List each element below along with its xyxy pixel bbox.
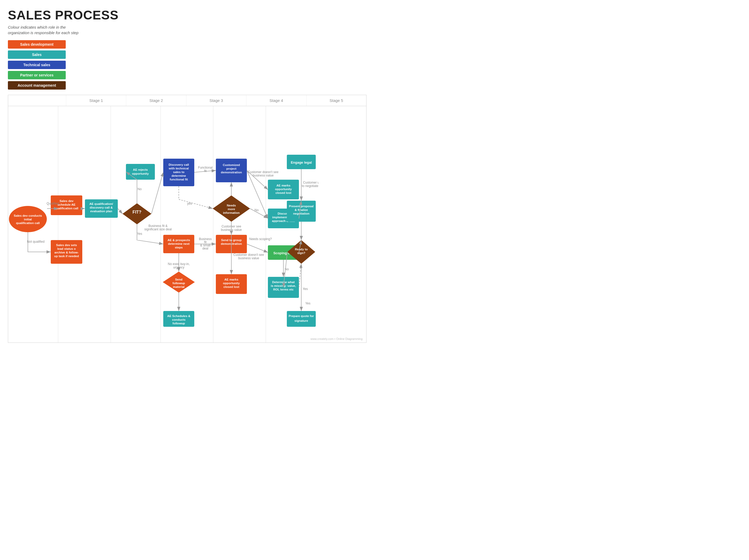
label-neg-terms: to negotiate terms [302, 184, 318, 188]
el-text: Engage legal [291, 160, 312, 164]
aer-text1: AE rejects [133, 168, 148, 171]
aeq-text1: AE qualification/ [89, 202, 113, 205]
legend-sales: Sales [8, 50, 66, 59]
stage-5-label: Stage 5 [306, 95, 366, 106]
ap-text3: steps [175, 246, 183, 249]
aml-s3-text2: opportunity [223, 282, 240, 285]
diagram-svg-container: Sales dev conducts initial qualification… [8, 106, 366, 342]
sds-text3: qualification call [55, 207, 78, 210]
initial-call-text3: qualification call [16, 221, 40, 225]
dm-text3: ROI, terms etc [273, 288, 294, 291]
initial-call-text: Sales dev conducts [14, 214, 42, 217]
label-significant-deal: significant size deal [144, 227, 172, 231]
subtitle: Colour indicates which role in theorgani… [8, 24, 366, 36]
label-deal: deal [202, 247, 209, 250]
diagram-svg: Sales dev conducts initial qualification… [8, 106, 318, 342]
dc-text2: with technical [169, 167, 189, 170]
sds2-text2: lead status o [57, 247, 76, 250]
label-cust-not-see-s4: Customer doesn't see [248, 170, 279, 174]
dc-text5: functional fit [170, 178, 188, 181]
creately-footer: www.creately.com • Online Diagramming [311, 337, 363, 340]
dc-text3: sales to [173, 171, 185, 174]
label-qualified: Qualified [46, 202, 59, 205]
label-yes: Yes [137, 232, 142, 236]
arrow-sgd-to-scoping [247, 244, 268, 252]
label-biz-significant: Business fit & [149, 224, 168, 228]
legend-partner: Partner or services [8, 71, 66, 79]
label-fit: fit [204, 169, 207, 173]
aml-s3-text3: closed lost [223, 285, 239, 288]
label-yes3: yes [187, 202, 192, 205]
initial-call-text2: initial [24, 218, 32, 221]
rts-text2: sign? [297, 251, 305, 254]
label-cust-not-see: Customer doesn't see [233, 253, 264, 256]
stage-3-label: Stage 3 [186, 95, 246, 106]
label-biz-value2: business value [238, 256, 259, 260]
label-not-qualified: Not qualified [27, 240, 45, 244]
stage-label-area [8, 95, 66, 106]
aml-s4-text3: closed lost [276, 191, 291, 194]
label-no: No [137, 187, 142, 191]
cd-text2: project [226, 167, 237, 170]
dm-text1: Determine what [272, 281, 295, 284]
legend-technical-sales: Technical sales [8, 61, 66, 69]
stage-4-label: Stage 4 [246, 95, 306, 106]
sds2-text4: up task if needed [54, 254, 79, 258]
label-yes4: Yes [303, 287, 308, 291]
pq-text1: Prepare quote for [289, 314, 314, 318]
dc-text4: determine [172, 174, 186, 177]
aesc-text1: AE Schedules & [167, 314, 190, 318]
arrow-aeq-to-fit [118, 208, 123, 214]
customized-demo-node [216, 159, 247, 182]
ap-text1: AE & prospects [168, 239, 190, 242]
label-no2: No [255, 208, 259, 212]
label-urgency: urgency [173, 266, 185, 269]
ae-rejects-node [126, 164, 155, 180]
aer-text2: opportunity [132, 172, 149, 175]
cd-text1: Customized [223, 163, 240, 166]
label-cust-wants-neg: Customer wants [303, 181, 318, 184]
legend: Sales development Sales Technical sales … [8, 40, 66, 90]
label-functional-fit: Functional [198, 166, 212, 170]
sds-text1: Sales dev [59, 199, 73, 203]
sds-text2: schedule AE [58, 203, 76, 206]
nmi-text1: Needs [227, 204, 236, 207]
label-biz-val-s4: business value [253, 174, 274, 177]
nmi-text2: more [228, 207, 235, 211]
pp-text1: Present proposal [289, 205, 314, 208]
aesc-text2: conducts [172, 318, 185, 321]
sds2-text3: archive & follow- [55, 251, 79, 254]
page-title: SALES PROCESS [8, 8, 366, 22]
diagram-area: Stage 1 Stage 2 Stage 3 Stage 4 Stage 5 [8, 95, 366, 343]
ap-text2: determine next [168, 242, 190, 245]
label-no-exec: No exec buy-in, [168, 262, 190, 266]
fit-text1: FIT? [132, 210, 142, 214]
aeq-text3: evaluation plan [90, 209, 112, 213]
stages-header: Stage 1 Stage 2 Stage 3 Stage 4 Stage 5 [8, 95, 366, 106]
pq-text2: signature [295, 319, 308, 322]
arrow-discovery-to-nmi [179, 186, 213, 208]
aeq-text2: discovery call & [90, 206, 113, 209]
dc-text1: Discovery call [169, 163, 189, 166]
legend-sales-development: Sales development [8, 40, 66, 49]
sf-text3: material [173, 285, 185, 288]
aml-s4-text1: AE marks [276, 184, 290, 187]
pp-text3: negotiation [293, 212, 309, 215]
label-yes-det: Yes [305, 301, 311, 305]
sf-text2: followup [172, 282, 185, 285]
pp-text2: & finalize [295, 208, 308, 211]
stage-2-label: Stage 2 [126, 95, 186, 106]
legend-account-management: Account management [8, 81, 66, 90]
sf-text1: Send [175, 278, 183, 281]
page: SALES PROCESS Colour indicates which rol… [0, 0, 374, 348]
rts-text1: Ready to [295, 248, 308, 251]
sds2-text1: Sales dev sets [56, 244, 77, 247]
cd-text3: demonstration [221, 171, 242, 174]
prepare-quote-node [287, 311, 316, 327]
aml-s4-text2: opportunity [275, 187, 292, 191]
stage-1-label: Stage 1 [66, 95, 126, 106]
nmi-text3: information [223, 211, 239, 214]
label-needs-scoping: Needs scoping? [249, 237, 272, 241]
arrow-nmi-to-discuss [250, 208, 268, 218]
arrow-determine-to-rts [299, 264, 301, 287]
